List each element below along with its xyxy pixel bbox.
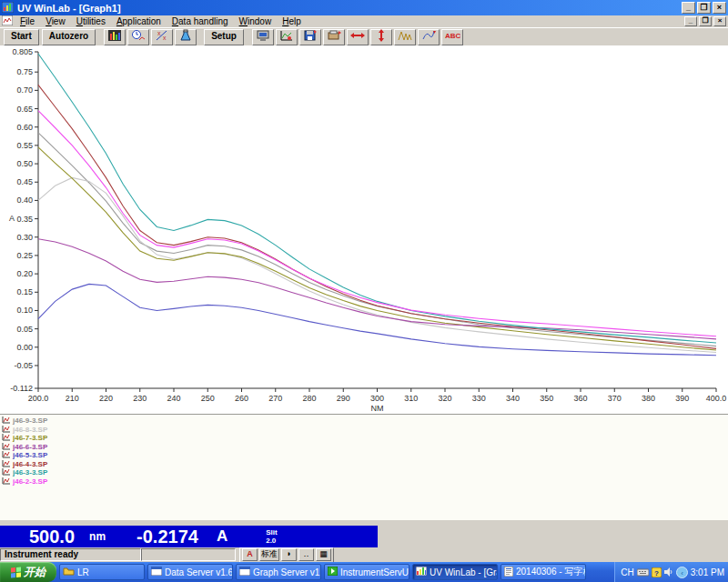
y-tick-label: 0.70 — [16, 85, 33, 95]
status-panel-2 — [141, 548, 236, 561]
taskbar-item-uv-winlab-gra-[interactable]: UV WinLab - [Gra... — [412, 564, 498, 580]
uv-winlab-window: UV WinLab - [Graph1] _ ❐ × FileViewUtili… — [0, 0, 728, 582]
taskbar-item-lr[interactable]: LR — [59, 564, 145, 580]
taskbar-item-20140306-[interactable]: 20140306 - 写字板 — [500, 564, 586, 580]
x-tick-label: 210 — [66, 394, 79, 403]
series-j46-2-3-sp — [38, 111, 716, 336]
taskbar-item-label: LR — [77, 567, 89, 577]
menu-application[interactable]: Application — [111, 15, 167, 27]
x-tick-label: 290 — [337, 394, 350, 403]
setup-button[interactable]: Setup — [204, 29, 244, 45]
child-close-icon[interactable]: × — [713, 16, 726, 26]
server-window-icon — [151, 567, 162, 577]
help-icon[interactable]: ? — [652, 567, 662, 577]
instrument-monitor-button[interactable] — [252, 29, 274, 45]
keyboard-icon[interactable] — [637, 568, 649, 577]
graph-point-button[interactable] — [276, 29, 298, 45]
menu-data-handling[interactable]: Data handling — [167, 15, 234, 27]
list-item[interactable]: j46-3-3.SP — [2, 468, 728, 477]
y-tick-label: 0.65 — [16, 105, 33, 114]
restore-icon[interactable]: ❐ — [697, 2, 711, 14]
menu-bar: FileViewUtilitiesApplicationData handlin… — [0, 15, 728, 27]
instrument-settings-button[interactable] — [323, 29, 345, 45]
spectrum-file-name: j46-8-3.SP — [13, 426, 47, 434]
y-tick-label: 0.30 — [16, 233, 33, 242]
expand-x-button[interactable] — [347, 29, 369, 45]
start-menu-button[interactable]: 开始 — [0, 562, 56, 582]
flask-button[interactable] — [175, 29, 197, 45]
list-item[interactable]: j46-8-3.SP — [2, 426, 728, 435]
series-j46-4-3-sp — [38, 85, 716, 348]
input-language-indicator[interactable]: CH — [621, 567, 633, 577]
scatter-xy-button[interactable]: xx — [151, 29, 173, 45]
system-tray: CH ? ‹ 3:01 PM — [614, 562, 728, 582]
menu-utilities[interactable]: Utilities — [71, 15, 111, 27]
expand-y-button[interactable] — [370, 29, 392, 45]
menu-window[interactable]: Window — [234, 15, 278, 27]
ime-mode-button[interactable]: A — [242, 548, 258, 561]
language-bar-icon[interactable]: ‹ — [676, 567, 688, 578]
close-icon[interactable]: × — [713, 2, 726, 14]
wavelength-unit: nm — [89, 530, 106, 543]
ime-softkeyboard-icon[interactable]: ▦ — [316, 548, 331, 561]
wavelength-value: 500.0 — [29, 527, 75, 547]
ime-toolbar: A标准◗‥▦ — [239, 547, 334, 563]
curve-fit-icon — [421, 29, 436, 45]
peaks-icon — [398, 29, 412, 45]
spectrum-bars-button[interactable] — [104, 29, 126, 45]
list-item[interactable]: j46-2-3.SP — [2, 477, 728, 487]
ime-standard-button[interactable]: 标准 — [259, 548, 279, 561]
x-axis-title: NM — [371, 404, 384, 413]
x-tick-label: 400.0 — [706, 394, 727, 403]
list-item[interactable]: j46-7-3.SP — [2, 434, 728, 443]
taskbar-item-instrumentservuv[interactable]: InstrumentServUV — [324, 564, 410, 580]
windows-logo-icon — [11, 567, 21, 577]
taskbar-item-data-server-v1-60[interactable]: Data Server v1.60 — [147, 564, 233, 580]
volume-icon[interactable] — [664, 567, 673, 577]
peaks-button[interactable] — [394, 29, 416, 45]
graph1-document-icon[interactable] — [2, 15, 13, 27]
list-item[interactable]: j46-5-3.SP — [2, 451, 728, 460]
abc-label-icon: ABC — [444, 29, 460, 45]
y-tick-label: 0.15 — [16, 287, 33, 296]
curve-fit-button[interactable] — [418, 29, 440, 45]
abc-label-button[interactable]: ABC — [441, 29, 463, 45]
x-tick-label: 300 — [370, 394, 384, 403]
server-window-icon — [239, 567, 250, 577]
list-item[interactable]: j46-6-3.SP — [2, 443, 728, 452]
list-item[interactable]: j46-4-3.SP — [2, 460, 728, 469]
minimize-icon[interactable]: _ — [682, 2, 695, 14]
menu-help[interactable]: Help — [277, 15, 307, 27]
spectrum-file-name: j46-2-3.SP — [13, 477, 47, 486]
spectrum-bars-icon — [107, 29, 122, 45]
title-bar: UV WinLab - [Graph1] _ ❐ × — [0, 0, 728, 15]
spectrum-file-icon — [2, 477, 11, 487]
ime-fullhalf-icon[interactable]: ◗ — [281, 548, 297, 561]
menu-file[interactable]: File — [15, 15, 40, 27]
ime-punct-icon[interactable]: ‥ — [298, 548, 314, 561]
series-j46-3-3-sp — [38, 54, 716, 343]
uvwinlab-icon — [416, 567, 427, 577]
instrument-monitor-icon — [256, 29, 270, 45]
taskbar: 开始 LRData Server v1.60Graph Server v1.60… — [0, 562, 728, 582]
x-tick-label: 350 — [540, 394, 553, 403]
series-j46-6-3-sp — [38, 239, 716, 339]
spectrum-file-name: j46-7-3.SP — [13, 434, 47, 442]
taskbar-item-graph-server-v1-60[interactable]: Graph Server v1.60 — [236, 564, 321, 580]
chart-canvas: 0.8050.750.700.650.600.550.500.450.400.3… — [0, 45, 728, 414]
list-item[interactable]: j46-9-3.SP — [2, 416, 728, 426]
child-minimize-icon[interactable]: _ — [684, 16, 697, 26]
x-tick-label: 230 — [133, 394, 147, 403]
x-tick-label: 250 — [201, 394, 215, 403]
series-j46-9-3-sp — [38, 133, 716, 346]
slit-label: Slit — [266, 528, 277, 537]
save-method-button[interactable] — [299, 29, 321, 45]
menu-view[interactable]: View — [40, 15, 71, 27]
x-tick-label: 380 — [642, 394, 655, 403]
timedrive-clock-button[interactable] — [127, 29, 149, 45]
autozero-button[interactable]: Autozero — [42, 29, 96, 45]
start-button[interactable]: Start — [4, 29, 39, 45]
expand-y-icon — [374, 29, 389, 45]
child-restore-icon[interactable]: ❐ — [699, 16, 712, 26]
lcd-row: 500.0 nm -0.2174 A Slit 2.0 — [0, 526, 728, 547]
